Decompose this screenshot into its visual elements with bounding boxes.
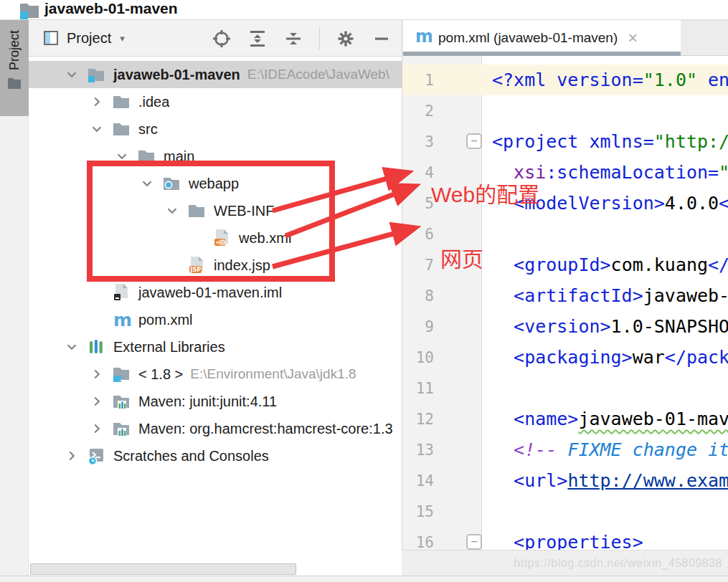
code-editor[interactable]: 1<?xml version="1.0" encoding="UTF-8"?>2… [402,56,728,550]
collapse-all-icon[interactable] [283,29,303,49]
project-panel: Project ▾ javaweb-01-mavenE:\IDEAcode\Ja… [29,20,402,576]
editor-bottom-bar: https://blog.csdn.net/weixin_45809838 [402,550,728,576]
ext-libs-icon [86,337,106,357]
tree-item-external-libraries[interactable]: External Libraries [29,333,402,361]
folder-icon [7,77,22,92]
scratches-icon [86,446,106,466]
locate-icon[interactable] [212,29,232,49]
gutter-cell: 5 [402,188,483,219]
close-icon[interactable]: × [628,29,638,47]
tree-item-maven-junit-junit-4.11[interactable]: Maven: junit:junit:4.11 [29,388,402,415]
svg-text:m: m [113,310,131,330]
gutter-cell: 13 [402,434,483,465]
project-panel-hscrollbar[interactable] [30,563,296,575]
tree-item-label: External Libraries [113,339,225,356]
chevron-expanded-icon[interactable] [62,65,82,85]
tree-item-javaweb-01-maven.iml[interactable]: javaweb-01-maven.iml [29,279,402,306]
chevron-collapsed-icon[interactable] [87,92,107,112]
tab-label: pom.xml (javaweb-01-maven) [438,30,618,46]
code-text: <groupId>com.kuang</groupId> [483,254,728,275]
code-line-8: 8 <artifactId>javaweb-01-maven</artifact… [402,280,728,311]
tree-item-webapp[interactable]: webapp [29,170,402,197]
fold-marker-icon[interactable]: − [466,534,482,550]
chevron-collapsed-icon[interactable] [62,446,82,466]
tree-item-label: javaweb-01-maven [113,67,240,83]
tree-item-.idea[interactable]: .idea [29,88,402,115]
editor-tab-bar: m pom.xml (javaweb-01-maven) × [402,20,728,56]
tree-item-label: main [164,148,194,165]
chevron-expanded-icon[interactable] [112,146,132,166]
line-number: 2 [425,102,434,120]
code-line-4: 4 xsi:schemaLocation="http://maven.apach… [402,157,728,188]
gutter-cell: 7 [402,249,483,280]
editor-pane[interactable]: m pom.xml (javaweb-01-maven) × 1<?xml ve… [402,20,728,576]
chevron-collapsed-icon[interactable] [87,364,107,384]
tree-item-path: E:\IDEAcode\JavaWeb\ [247,67,389,82]
code-line-13: 13 <!-- FIXME change it to the project's… [402,434,728,465]
line-number: 15 [416,503,434,520]
code-line-11: 11 [402,373,728,404]
tree-item-label: javaweb-01-maven.iml [138,285,282,301]
line-number: 12 [416,411,434,428]
code-text: <version>1.0-SNAPSHOT</version> [483,316,728,337]
line-number: 6 [425,226,434,243]
chevron-collapsed-icon[interactable] [87,391,107,411]
tree-item-label: webapp [189,176,239,192]
code-text: xsi:schemaLocation="http://maven.apache.… [483,162,728,183]
line-number: 16 [416,534,434,550]
chevron-collapsed-icon[interactable] [87,419,107,439]
code-text: <project xmlns="http://maven.apache.org/… [483,131,728,152]
line-number: 10 [416,349,434,366]
gutter-cell: 4 [402,157,483,188]
gutter-cell: 8 [402,280,483,311]
tree-item-src[interactable]: src [29,115,402,143]
tree-item-maven-org.hamcrest-hamcrest-core-1.3[interactable]: Maven: org.hamcrest:hamcrest-core:1.3 [29,415,402,442]
code-text: <?xml version="1.0" encoding="UTF-8"?> [483,70,728,90]
title-bar: javaweb-01-maven [0,0,728,20]
hide-icon[interactable] [372,29,392,49]
project-panel-header: Project ▾ [29,20,402,57]
folder-web-icon [161,173,181,194]
chevron-expanded-icon[interactable] [137,173,157,194]
line-number: 9 [425,318,434,335]
gutter-cell: 12 [402,404,483,434]
tree-item-web-inf[interactable]: WEB-INF [29,197,402,224]
tab-pom-xml[interactable]: m pom.xml (javaweb-01-maven) × [403,20,681,56]
code-text: <packaging>war</packaging> [483,347,728,368]
svg-text:m: m [415,27,432,46]
chevron-expanded-icon[interactable] [62,337,82,357]
tree-item-label: WEB-INF [214,203,274,219]
code-line-5: 5 <modelVersion>4.0.0</modelVersion> [402,188,728,219]
panel-title: Project [67,30,111,47]
expand-all-icon[interactable] [247,29,268,49]
chevron-expanded-icon[interactable] [87,119,107,139]
tree-item--1.8-[interactable]: < 1.8 >E:\Environment\Java\jdk1.8 [29,361,402,388]
project-view-selector[interactable]: Project ▾ [43,30,125,47]
chevron-down-icon: ▾ [120,33,125,44]
tree-item-main[interactable]: main [29,143,402,170]
svg-text:JSP: JSP [190,267,202,273]
tree-item-pom.xml[interactable]: mpom.xml [29,306,402,333]
ide-window: javaweb-01-maven Project Project ▾ javaw… [0,0,728,582]
code-text: <url>http://www.example.com</url> [483,470,728,491]
maven-icon: m [413,27,432,49]
chevron-expanded-icon[interactable] [162,201,182,221]
code-line-12: 12 <name>javaweb-01-maven Maven Webapp</… [402,404,728,434]
project-tool-window-label: Project [7,30,22,70]
gutter-cell: 10 [402,342,483,373]
fold-marker-icon[interactable]: − [466,133,482,149]
tree-item-javaweb-01-maven[interactable]: javaweb-01-mavenE:\IDEAcode\JavaWeb\ [29,61,402,88]
settings-icon[interactable] [336,29,356,49]
tree-item-path: E:\Environment\Java\jdk1.8 [190,366,356,382]
code-text: <name>javaweb-01-maven Maven Webapp</nam… [483,409,728,429]
tree-item-scratches-and-consoles[interactable]: Scratches and Consoles [29,442,402,469]
code-line-16: 16− <properties> [402,527,728,550]
folder-icon [186,201,207,221]
tree-item-web.xml[interactable]: <web.xml [29,224,402,252]
line-number: 4 [425,164,434,181]
code-text: <artifactId>javaweb-01-maven</artifactId… [483,285,728,306]
folder-icon [111,119,131,139]
tree-item-index.jsp[interactable]: JSPindex.jsp [29,252,402,279]
code-line-2: 2 [402,95,728,126]
project-tool-window-button[interactable]: Project [0,20,29,116]
